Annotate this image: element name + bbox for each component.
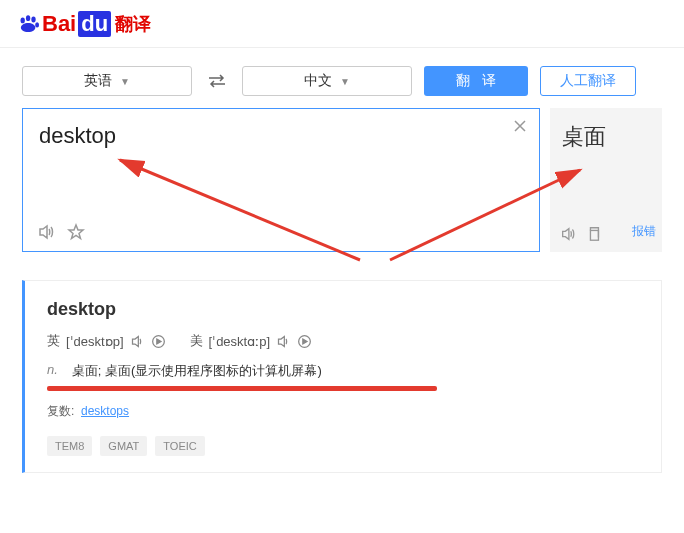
exam-tag: GMAT xyxy=(100,436,147,456)
annotation-underline xyxy=(47,386,437,391)
target-speak-button[interactable] xyxy=(560,226,576,242)
caret-down-icon: ▼ xyxy=(340,76,350,87)
definition-text: 桌面; 桌面(显示使用程序图标的计算机屏幕) xyxy=(72,362,322,380)
plural-label: 复数: xyxy=(47,404,74,418)
human-translate-button[interactable]: 人工翻译 xyxy=(540,66,636,96)
brand-du: du xyxy=(78,11,111,37)
uk-ipa: [ˈdesktɒp] xyxy=(66,334,124,349)
source-lang-label: 英语 xyxy=(84,72,112,90)
exam-tag: TOEIC xyxy=(155,436,204,456)
exam-tags: TEM8 GMAT TOEIC xyxy=(47,436,639,456)
us-phonetic: 美 [ˈdesktɑːp] xyxy=(190,332,313,350)
source-speak-button[interactable] xyxy=(37,223,55,241)
source-lang-select[interactable]: 英语 ▼ xyxy=(22,66,192,96)
copy-icon xyxy=(586,226,602,242)
us-label: 美 xyxy=(190,332,203,350)
speaker-icon xyxy=(130,334,145,349)
definition-row: n. 桌面; 桌面(显示使用程序图标的计算机屏幕) xyxy=(47,362,639,380)
plural-row: 复数: desktops xyxy=(47,403,639,420)
svg-point-1 xyxy=(26,15,30,21)
dictionary-card: desktop 英 [ˈdesktɒp] 美 [ˈdesktɑːp] n. 桌面… xyxy=(22,280,662,473)
translation-panes: desktop 桌面 报错 xyxy=(0,108,684,252)
exam-tag: TEM8 xyxy=(47,436,92,456)
uk-label: 英 xyxy=(47,332,60,350)
star-icon xyxy=(67,223,85,241)
play-circle-icon xyxy=(151,334,166,349)
close-icon xyxy=(513,119,527,133)
speaker-icon xyxy=(276,334,291,349)
paw-icon xyxy=(18,15,40,33)
phonetics-row: 英 [ˈdesktɒp] 美 [ˈdesktɑːp] xyxy=(47,332,639,350)
target-lang-select[interactable]: 中文 ▼ xyxy=(242,66,412,96)
report-error-link[interactable]: 报错 xyxy=(632,223,656,240)
dict-headword: desktop xyxy=(47,299,639,320)
source-star-button[interactable] xyxy=(67,223,85,241)
brand-bai: Bai xyxy=(42,11,76,37)
svg-point-3 xyxy=(35,22,39,27)
uk-phonetic: 英 [ˈdesktɒp] xyxy=(47,332,166,350)
source-pane[interactable]: desktop xyxy=(22,108,540,252)
target-text: 桌面 xyxy=(562,122,650,152)
svg-rect-4 xyxy=(590,230,598,240)
speaker-icon xyxy=(37,223,55,241)
translate-button[interactable]: 翻译 xyxy=(424,66,528,96)
uk-speak-button[interactable] xyxy=(130,334,145,349)
copy-button[interactable] xyxy=(586,226,602,242)
brand-logo[interactable]: Baidu 翻译 xyxy=(18,11,151,37)
lang-controls: 英语 ▼ 中文 ▼ 翻译 人工翻译 xyxy=(0,48,684,108)
speaker-icon xyxy=(560,226,576,242)
caret-down-icon: ▼ xyxy=(120,76,130,87)
source-text[interactable]: desktop xyxy=(39,123,523,149)
target-lang-label: 中文 xyxy=(304,72,332,90)
uk-play-button[interactable] xyxy=(151,334,166,349)
brand-service: 翻译 xyxy=(115,12,151,36)
play-circle-icon xyxy=(297,334,312,349)
us-play-button[interactable] xyxy=(297,334,312,349)
swap-languages-button[interactable] xyxy=(204,68,230,94)
clear-button[interactable] xyxy=(513,119,527,133)
header: Baidu 翻译 xyxy=(0,0,684,48)
us-ipa: [ˈdesktɑːp] xyxy=(209,334,271,349)
part-of-speech: n. xyxy=(47,362,58,380)
plural-link[interactable]: desktops xyxy=(81,404,129,418)
svg-point-0 xyxy=(21,17,25,23)
svg-point-2 xyxy=(31,16,35,22)
swap-icon xyxy=(207,73,227,89)
target-pane: 桌面 报错 xyxy=(550,108,662,252)
us-speak-button[interactable] xyxy=(276,334,291,349)
